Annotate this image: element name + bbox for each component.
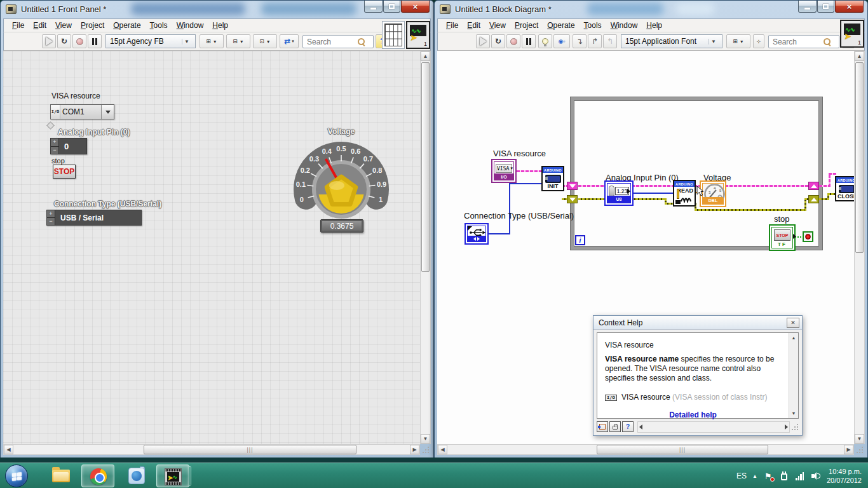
iteration-terminal[interactable]: i: [575, 235, 585, 245]
menu-edit[interactable]: Edit: [463, 20, 485, 31]
hidden-icons-button[interactable]: ▲: [752, 473, 757, 479]
distribute-objects-button[interactable]: ⊟▼: [226, 34, 250, 48]
abort-button[interactable]: [506, 34, 520, 48]
visa-resource-label[interactable]: VISA resource: [493, 149, 546, 158]
reorder-button[interactable]: ⇄▾: [280, 34, 299, 48]
vi-icon[interactable]: ∿∿ ➤ 1: [406, 21, 430, 49]
visa-resource-combo[interactable]: I/O COM1: [50, 104, 114, 119]
taskbar-media-player[interactable]: [125, 464, 147, 487]
search-field[interactable]: [302, 35, 374, 48]
scroll-left-button[interactable]: [639, 424, 642, 430]
voltage-gauge[interactable]: 0 0.1 0.2 0.3 0.4 0.5 0.6 0.7 0.8 0.9 1: [281, 132, 402, 221]
stop-button[interactable]: STOP: [53, 165, 76, 179]
scrollbar-thumb[interactable]: |||: [597, 445, 768, 454]
step-over-button[interactable]: ↱: [588, 34, 602, 48]
menu-file[interactable]: File: [8, 20, 29, 31]
connection-type-label[interactable]: Connection Type (USB/Serial): [54, 200, 161, 208]
search-input[interactable]: [303, 37, 356, 46]
scroll-right-button[interactable]: [785, 424, 788, 430]
analog-pin-terminal[interactable]: 1.23 U8: [604, 180, 634, 206]
resize-grip[interactable]: [856, 446, 864, 454]
search-input[interactable]: [769, 37, 822, 46]
menu-help[interactable]: Help: [208, 20, 233, 31]
numeric-spinner[interactable]: + −: [51, 139, 59, 154]
menu-tools[interactable]: Tools: [580, 20, 606, 31]
close-button[interactable]: ×: [835, 1, 864, 13]
context-help-hscrollbar[interactable]: [637, 421, 790, 433]
connection-type-label[interactable]: Connection Type (USB/Serial): [464, 211, 574, 220]
maximize-button[interactable]: [817, 1, 834, 13]
vi-icon[interactable]: ∿∿ ➤ 1: [840, 20, 864, 48]
menu-edit[interactable]: Edit: [29, 20, 51, 31]
shift-register-right-visa[interactable]: [808, 182, 819, 190]
block-diagram-canvas[interactable]: VISA resource VISA ▼ I/O ARDUINO INIT Co…: [437, 51, 854, 444]
menu-operate[interactable]: Operate: [543, 20, 579, 31]
arduino-read-node[interactable]: ARDUINO READ: [673, 180, 696, 207]
pause-button[interactable]: [522, 34, 536, 48]
volume-icon[interactable]: [811, 471, 821, 481]
scrollbar-thumb[interactable]: [855, 62, 864, 253]
menu-project[interactable]: Project: [510, 20, 543, 31]
resize-grip[interactable]: [422, 446, 430, 454]
shift-register-right-error[interactable]: [808, 195, 819, 203]
gauge-digital-display[interactable]: 0.3675: [320, 219, 363, 233]
context-help-titlebar[interactable]: Context Help: [593, 316, 802, 330]
language-indicator[interactable]: ES: [736, 471, 747, 480]
front-panel-canvas[interactable]: VISA resource I/O COM1 Analog Input Pin …: [3, 51, 420, 444]
vertical-scrollbar[interactable]: ▲ ▼: [420, 51, 431, 444]
highlight-execution-button[interactable]: [538, 34, 552, 48]
run-continuous-button[interactable]: ↻: [491, 34, 505, 48]
menu-operate[interactable]: Operate: [109, 20, 145, 31]
menu-view[interactable]: View: [51, 20, 76, 31]
menu-view[interactable]: View: [485, 20, 510, 31]
step-out-button[interactable]: ↰: [603, 34, 617, 48]
scroll-right-button[interactable]: ▶: [410, 445, 419, 454]
visa-dropdown-button[interactable]: [101, 105, 114, 119]
font-selector[interactable]: 15pt Agency FB ▼: [105, 34, 196, 48]
visa-resource-terminal[interactable]: VISA ▼ I/O: [491, 159, 517, 183]
power-icon[interactable]: [779, 471, 789, 481]
scroll-up-button[interactable]: ▲: [421, 51, 430, 61]
increment-button[interactable]: +: [51, 139, 58, 147]
scroll-up-button[interactable]: ▲: [790, 334, 797, 342]
step-into-button[interactable]: ↴: [573, 34, 587, 48]
taskbar-chrome[interactable]: [81, 464, 114, 487]
stop-terminal[interactable]: STOP TF: [769, 224, 796, 251]
menu-project[interactable]: Project: [76, 20, 109, 31]
context-help-close-button[interactable]: ✕: [787, 318, 799, 328]
minimize-button[interactable]: [364, 1, 383, 13]
shift-register-left-visa[interactable]: [567, 182, 578, 190]
scroll-up-button[interactable]: ▲: [855, 51, 864, 61]
scroll-down-button[interactable]: ▼: [790, 409, 797, 417]
visa-resource-value[interactable]: COM1: [60, 105, 101, 119]
scrollbar-thumb[interactable]: [421, 62, 430, 272]
menu-window[interactable]: Window: [606, 20, 642, 31]
context-help-vscrollbar[interactable]: ▲ ▼: [789, 333, 798, 418]
taskbar-labview[interactable]: ∿∿ ➤: [156, 464, 189, 487]
maximize-button[interactable]: [383, 1, 400, 13]
connection-type-terminal[interactable]: [465, 223, 489, 245]
resize-objects-button[interactable]: ⊡▼: [253, 34, 277, 48]
close-button[interactable]: ×: [401, 1, 430, 13]
horizontal-scrollbar[interactable]: ◀ ||| ▶: [437, 444, 854, 455]
increment-button[interactable]: +: [47, 210, 55, 218]
scroll-down-button[interactable]: ▼: [421, 434, 430, 444]
stop-label[interactable]: stop: [51, 157, 65, 165]
context-help-window[interactable]: Context Help ✕ VISA resource VISA resour…: [593, 315, 803, 436]
start-button[interactable]: [5, 464, 28, 487]
show-terminals-button[interactable]: [597, 421, 608, 432]
scroll-left-button[interactable]: ◀: [4, 445, 13, 454]
detailed-help-link[interactable]: Detailed help: [597, 410, 789, 419]
vertical-scrollbar[interactable]: ▲ ▼: [854, 51, 865, 444]
abort-button[interactable]: [72, 34, 86, 48]
analog-pin-value[interactable]: 0: [59, 139, 86, 154]
detailed-help-button[interactable]: ?: [622, 421, 634, 432]
taskbar-clock[interactable]: 10:49 p.m. 20/07/2012: [827, 467, 865, 485]
arduino-close-node[interactable]: ARDUINO CLOSE: [835, 176, 854, 201]
block-diagram-titlebar[interactable]: Untitled 1 Block Diagram * ×: [435, 1, 867, 18]
loop-condition-terminal[interactable]: [803, 231, 813, 242]
lock-help-button[interactable]: [609, 421, 621, 432]
analog-pin-label[interactable]: Analog Input Pin (0): [58, 128, 130, 137]
run-button[interactable]: [476, 34, 490, 48]
arduino-init-node[interactable]: ARDUINO INIT: [541, 166, 564, 191]
